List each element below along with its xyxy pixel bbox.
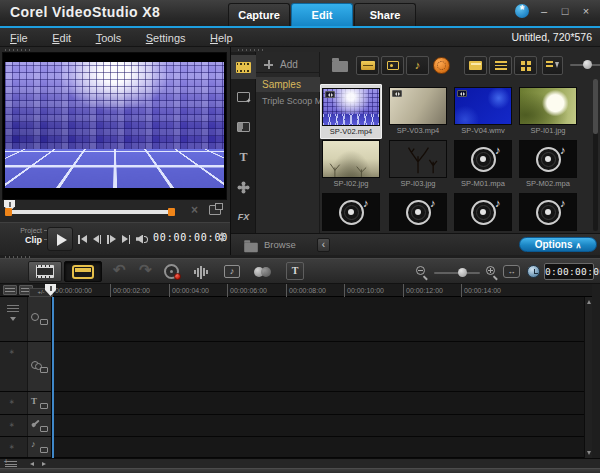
menu-tools[interactable]: Tools — [96, 29, 122, 47]
voice-track-content[interactable] — [52, 415, 592, 436]
media-item[interactable]: SP-I02.jpg — [320, 140, 382, 188]
sort-button[interactable] — [542, 56, 563, 75]
gallery-item-samples[interactable]: Samples — [256, 77, 320, 92]
split-clip-icon[interactable]: × — [191, 203, 198, 217]
menu-help[interactable]: Help — [210, 29, 233, 47]
trim-end-handle[interactable] — [168, 208, 175, 216]
zoom-out-icon[interactable] — [416, 266, 428, 278]
browse-label[interactable]: Browse — [264, 239, 296, 250]
music-track-content[interactable] — [52, 437, 592, 457]
music-track-header[interactable]: ♪ — [28, 437, 52, 457]
media-item[interactable]: ♪ SP-M03.mpa — [320, 193, 382, 233]
media-item[interactable]: SP-I03.jpg — [387, 140, 449, 188]
timeline-hscroll[interactable] — [0, 458, 600, 468]
enlarge-preview-icon[interactable] — [209, 205, 221, 215]
track-manager-icon[interactable] — [5, 461, 17, 467]
ripple-edit-icon[interactable]: ∗ — [9, 398, 15, 406]
panel-grip[interactable] — [5, 49, 31, 51]
menu-file[interactable]: File — [10, 29, 28, 47]
help-globe-icon[interactable]: * — [515, 4, 529, 18]
sound-mixer-icon[interactable] — [194, 265, 208, 279]
browse-folder-icon[interactable] — [244, 243, 258, 252]
tracks-scrollbar[interactable] — [584, 297, 592, 458]
media-item[interactable]: ♪ SP-M05.mpa — [452, 193, 514, 233]
scroll-down-icon[interactable] — [587, 451, 591, 455]
title-track-content[interactable] — [52, 392, 592, 414]
tab-capture[interactable]: Capture — [228, 3, 290, 26]
media-icon[interactable] — [231, 55, 256, 79]
filter-icon[interactable]: FX — [231, 205, 256, 229]
preview-timecode[interactable]: 00:00:00:00 — [153, 232, 228, 243]
auto-music-icon[interactable]: ♪ — [224, 265, 240, 278]
filter-audio-button[interactable]: ♪ — [406, 56, 429, 75]
gallery-item-triple-scoop[interactable]: Triple Scoop Music — [256, 94, 320, 109]
mode-project-label[interactable]: Project — [6, 226, 42, 235]
track-view-icon[interactable] — [3, 285, 17, 295]
previous-frame-button[interactable] — [93, 233, 102, 245]
media-item[interactable]: SP-V03.mp4 — [387, 87, 449, 135]
close-button[interactable]: × — [580, 4, 592, 18]
timeline-ruler[interactable]: 00:00:00:00 00:00:02:00 00:00:04:00 00:0… — [0, 284, 592, 297]
overlay-track-content[interactable] — [52, 342, 592, 391]
tab-share[interactable]: Share — [354, 3, 416, 26]
mode-clip-label[interactable]: Clip — [6, 235, 42, 246]
graphic-icon[interactable] — [231, 175, 256, 199]
video-track-content[interactable] — [52, 297, 592, 341]
media-item[interactable]: ♪ SP-M06.mpa — [517, 193, 579, 233]
seek-bar[interactable] — [6, 210, 174, 214]
record-capture-icon[interactable] — [164, 264, 179, 279]
add-folder-row[interactable]: Add — [256, 57, 320, 73]
track-transparency-icon[interactable] — [254, 267, 274, 278]
media-item[interactable]: SP-V04.wmv — [452, 87, 514, 135]
menu-settings[interactable]: Settings — [146, 29, 186, 47]
home-button[interactable] — [78, 233, 87, 245]
menu-edit[interactable]: Edit — [52, 29, 71, 47]
scroll-right-icon[interactable] — [42, 462, 46, 466]
ripple-edit-icon[interactable]: ∗ — [9, 348, 15, 356]
title-track-header[interactable]: T — [28, 392, 52, 414]
zoom-in-icon[interactable] — [486, 266, 498, 278]
media-item[interactable]: ♪ SP-M04.mpa — [387, 193, 449, 233]
redo-icon[interactable]: ↷ — [139, 261, 152, 279]
media-item[interactable]: SP-V02.mp4 — [320, 84, 382, 139]
next-frame-button[interactable] — [107, 233, 116, 245]
timeline-playhead[interactable] — [52, 297, 54, 458]
filter-video-button[interactable] — [356, 56, 379, 75]
tab-edit[interactable]: Edit — [291, 3, 353, 26]
end-button[interactable] — [122, 233, 131, 245]
timeline-zoom-slider[interactable] — [434, 272, 480, 274]
overlay-track-header[interactable] — [28, 342, 52, 391]
ripple-edit-icon[interactable] — [7, 305, 19, 312]
chevron-down-icon[interactable] — [10, 317, 16, 321]
slider-thumb[interactable] — [458, 268, 467, 277]
media-item[interactable]: ♪ SP-M01.mpa — [452, 140, 514, 188]
volume-icon[interactable] — [136, 234, 145, 245]
options-button[interactable]: Options∧ — [519, 237, 597, 252]
ripple-edit-icon[interactable]: ∗ — [9, 443, 15, 451]
media-item[interactable]: SP-I01.jpg — [517, 87, 579, 135]
scroll-left-icon[interactable] — [30, 462, 34, 466]
instant-project-icon[interactable] — [231, 85, 256, 109]
thumbnail-size-slider[interactable] — [570, 64, 600, 66]
transition-icon[interactable] — [231, 115, 256, 139]
view-list-button[interactable] — [489, 56, 512, 75]
timeline-timecode[interactable]: 0:00:00:00 — [544, 263, 594, 280]
voice-track-header[interactable] — [28, 415, 52, 436]
storyboard-view-button[interactable] — [28, 261, 62, 282]
view-thumbnail-button[interactable] — [464, 56, 487, 75]
title-icon[interactable]: T — [231, 145, 256, 169]
timeline-view-button[interactable] — [64, 261, 102, 282]
filter-photo-button[interactable] — [381, 56, 404, 75]
reel-orange-icon[interactable] — [433, 57, 450, 74]
minimize-button[interactable]: – — [538, 4, 550, 18]
play-button[interactable] — [47, 227, 73, 251]
maximize-button[interactable]: □ — [559, 4, 571, 18]
duration-icon[interactable] — [527, 265, 540, 278]
fit-project-icon[interactable]: ↔ — [503, 265, 520, 278]
scroll-up-icon[interactable] — [587, 300, 591, 304]
timecode-stepper[interactable] — [219, 232, 225, 242]
ripple-edit-icon[interactable]: ∗ — [9, 421, 15, 429]
panel-grip[interactable] — [238, 49, 264, 51]
undo-icon[interactable]: ↶ — [113, 261, 126, 279]
media-scrollbar[interactable] — [593, 79, 598, 231]
